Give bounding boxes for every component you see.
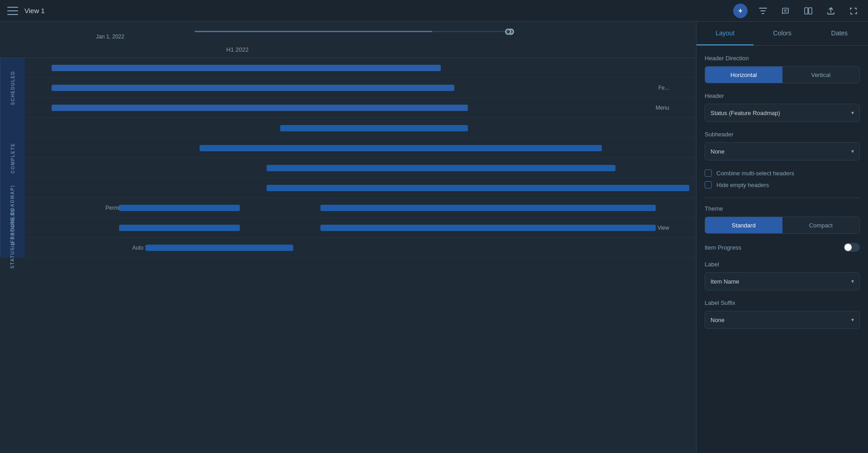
checkbox-combine-label: Combine multi-select headers	[716, 170, 794, 177]
label-section: Label Item Name ▾	[705, 261, 860, 290]
status-label-scheduled: SCHEDULED	[0, 58, 25, 118]
bar-container	[25, 158, 696, 178]
gantt-bar	[280, 125, 468, 131]
bar-container	[25, 178, 696, 198]
table-row: Executive View	[25, 218, 696, 238]
item-progress-title: Item Progress	[705, 244, 741, 251]
checkbox-combine[interactable]: Combine multi-select headers	[705, 169, 860, 177]
label-dropdown-value: Item Name	[711, 278, 739, 285]
main-area: Jan 1, 2022 H1 2022 SCHEDULED	[0, 22, 868, 453]
bar-container	[25, 218, 696, 237]
gantt-bar-a	[119, 205, 240, 211]
toggle-horizontal[interactable]: Horizontal	[705, 67, 782, 83]
bar-container	[25, 98, 696, 117]
header-direction-toggle: Horizontal Vertical	[705, 66, 860, 83]
checkbox-hide-empty[interactable]: Hide empty headers	[705, 181, 860, 188]
topbar-icons: +	[733, 4, 861, 18]
label-suffix-title: Label Suffix	[705, 299, 860, 306]
gantt-rows: SCHEDULED Fe...	[0, 58, 696, 453]
table-row	[25, 58, 696, 78]
bar-container	[25, 58, 696, 77]
timeline-date: Jan 1, 2022	[96, 34, 124, 40]
slider-thumb-right[interactable]	[505, 29, 511, 35]
gantt-bar-b	[320, 205, 656, 211]
item-progress-toggle[interactable]	[844, 243, 860, 252]
topbar: View 1 +	[0, 0, 868, 22]
header-section: Header Status (Feature Roadmap) ▾	[705, 92, 860, 122]
tab-dates[interactable]: Dates	[811, 22, 868, 45]
gantt-bar	[200, 145, 602, 151]
gantt-area: Jan 1, 2022 H1 2022 SCHEDULED	[0, 22, 696, 453]
header-dropdown-value: Status (Feature Roadmap)	[711, 110, 780, 116]
header-dropdown-arrow: ▾	[851, 110, 854, 116]
status-group-inprogress: IN PROGRESS Permissions Executive View	[0, 198, 696, 258]
timeline-slider[interactable]	[195, 31, 511, 32]
table-row: Permissions	[25, 198, 696, 218]
item-progress-section: Item Progress	[705, 243, 860, 252]
toggle-vertical[interactable]: Vertical	[782, 67, 860, 83]
table-row: Auto Save	[25, 238, 696, 258]
panel-content: Header Direction Horizontal Vertical Hea…	[696, 46, 868, 453]
label-suffix-dropdown-arrow: ▾	[851, 317, 854, 323]
table-row: Fe...	[25, 78, 696, 98]
export-icon[interactable]	[824, 4, 838, 18]
item-progress-row: Item Progress	[705, 243, 860, 252]
status-label-complete: COMPLETE	[0, 118, 25, 198]
add-icon[interactable]: +	[733, 4, 748, 18]
view-title: View 1	[24, 7, 733, 14]
tab-layout[interactable]: Layout	[696, 22, 754, 45]
tab-colors[interactable]: Colors	[754, 22, 811, 45]
inprogress-items: Permissions Executive View	[25, 198, 696, 258]
slider-track	[195, 31, 511, 32]
svg-rect-1	[809, 8, 812, 14]
bar-container	[25, 238, 696, 257]
panel-divider	[705, 198, 860, 198]
theme-section: Theme Standard Compact	[705, 205, 860, 234]
gantt-bar	[52, 65, 441, 71]
gantt-bar	[52, 105, 467, 111]
subheader-dropdown-arrow: ▾	[851, 148, 854, 154]
label-suffix-dropdown-value: None	[711, 317, 725, 323]
scheduled-items: Fe... Menu	[25, 58, 696, 118]
gantt-scroll[interactable]: SCHEDULED Fe...	[0, 58, 696, 453]
status-label-inprogress: IN PROGRESS	[0, 198, 25, 258]
toggle-standard[interactable]: Standard	[705, 217, 782, 233]
subheader-dropdown-value: None	[711, 148, 725, 155]
table-row: Data Upload Speed	[25, 138, 696, 158]
checkbox-hide-empty-box[interactable]	[705, 181, 712, 188]
checkbox-hide-empty-label: Hide empty headers	[716, 182, 769, 188]
checkboxes-section: Combine multi-select headers Hide empty …	[705, 169, 860, 188]
columns-icon[interactable]	[801, 4, 816, 18]
status-label-text-inprogress: IN PROGRESS	[0, 198, 25, 258]
label-suffix-dropdown[interactable]: None ▾	[705, 311, 860, 329]
subheader-title: Subheader	[705, 131, 860, 138]
paint-icon[interactable]	[778, 4, 793, 18]
panel-tabs: Layout Colors Dates	[696, 22, 868, 46]
gantt-bar-b	[320, 225, 656, 231]
right-panel: Layout Colors Dates Header Direction Hor…	[696, 22, 868, 453]
gantt-bar-a	[119, 225, 240, 231]
subheader-dropdown[interactable]: None ▾	[705, 142, 860, 160]
slider-fill	[195, 31, 432, 32]
filter-icon[interactable]	[756, 4, 770, 18]
label-dropdown[interactable]: Item Name ▾	[705, 272, 860, 290]
gantt-bar	[267, 165, 615, 171]
table-row: Mobile Version	[25, 178, 696, 198]
status-label-text-complete: COMPLETE	[0, 118, 25, 198]
bar-container	[25, 118, 696, 138]
header-direction-title: Header Direction	[705, 55, 860, 62]
label-title: Label	[705, 261, 860, 268]
header-dropdown[interactable]: Status (Feature Roadmap) ▾	[705, 104, 860, 122]
status-label-text-scheduled: SCHEDULED	[0, 58, 25, 118]
status-group-scheduled: SCHEDULED Fe...	[0, 58, 696, 118]
header-section-title: Header	[705, 92, 860, 99]
expand-icon[interactable]	[846, 4, 861, 18]
checkbox-combine-box[interactable]	[705, 169, 712, 177]
hamburger-icon[interactable]	[7, 7, 18, 15]
gantt-bar	[52, 85, 454, 91]
table-row: Real Time Mirroring	[25, 158, 696, 178]
toggle-compact[interactable]: Compact	[782, 217, 860, 233]
svg-rect-0	[805, 8, 808, 14]
toggle-switch-thumb	[844, 244, 852, 251]
theme-toggle: Standard Compact	[705, 217, 860, 234]
